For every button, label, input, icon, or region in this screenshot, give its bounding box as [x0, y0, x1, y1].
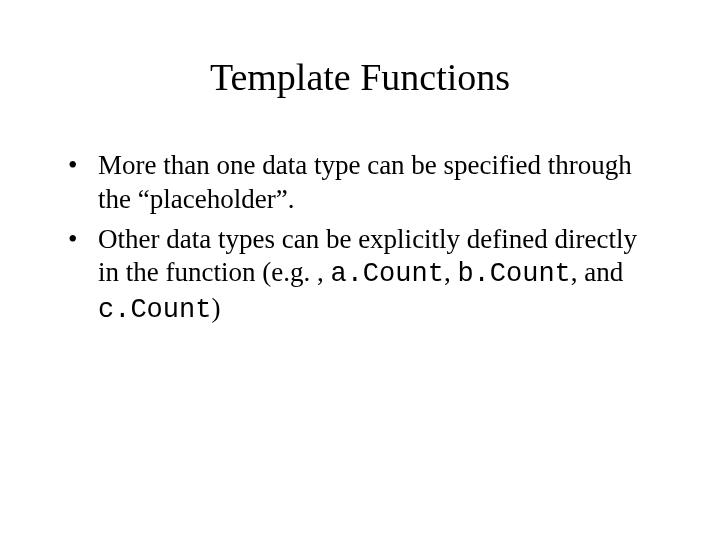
slide-title: Template Functions [50, 55, 670, 99]
code-text: a.Count [330, 259, 443, 289]
bullet-text: , and [571, 257, 623, 287]
code-text: c.Count [98, 295, 211, 325]
list-item: Other data types can be explicitly defin… [68, 223, 652, 328]
bullet-text: , [444, 257, 458, 287]
bullet-text: ) [211, 293, 220, 323]
bullet-list: More than one data type can be specified… [50, 149, 670, 328]
bullet-text: More than one data type can be specified… [98, 150, 632, 214]
code-text: b.Count [457, 259, 570, 289]
list-item: More than one data type can be specified… [68, 149, 652, 217]
slide: Template Functions More than one data ty… [0, 0, 720, 540]
